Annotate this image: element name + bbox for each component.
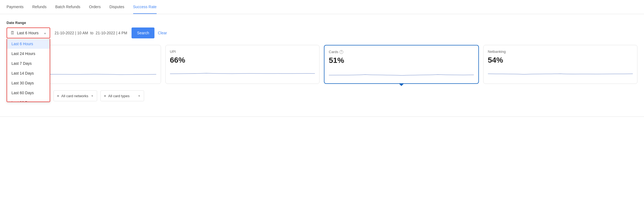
info-icon-cards[interactable]: ?: [339, 50, 343, 54]
date-range-dropdown-menu: Last 6 HoursLast 24 HoursLast 7 DaysLast…: [7, 39, 50, 102]
dropdown-item-last-60-days[interactable]: Last 60 Days: [7, 88, 50, 98]
card-value-cards: 51%: [329, 56, 474, 65]
dropdown-item-last-6-hours[interactable]: Last 6 Hours: [7, 39, 50, 49]
filter-row: ≡Last Days▼≡All card networks▼≡All card …: [7, 90, 637, 101]
dropdown-scrollable-list: Last 6 HoursLast 24 HoursLast 7 DaysLast…: [7, 39, 50, 102]
dropdown-item-last-90-days[interactable]: Last 90 Days: [7, 98, 50, 102]
selected-date-option: Last 6 Hours: [17, 31, 38, 35]
card-title-cards: Cards?: [329, 50, 474, 54]
filter-select-card-networks[interactable]: ≡All card networks▼: [53, 90, 97, 101]
card-chart-netbanking: [488, 68, 633, 79]
bottom-divider: [0, 117, 644, 117]
metrics-grid: Overall UPI66% Cards?51% Netbanking54%: [7, 45, 637, 84]
card-chart-upi: [170, 68, 315, 79]
nav-item-success-rate[interactable]: Success Rate: [133, 0, 157, 14]
card-title-netbanking: Netbanking: [488, 50, 633, 54]
nav-item-batch-refunds[interactable]: Batch Refunds: [55, 0, 80, 14]
date-range-dropdown-container: 🗓 Last 6 Hours ▲ Last 6 HoursLast 24 Hou…: [7, 27, 50, 38]
chevron-down-icon: ▲: [44, 32, 46, 35]
date-to: 21-10-2022 | 4 PM: [96, 31, 127, 35]
card-title-upi: UPI: [170, 50, 315, 54]
date-range-select[interactable]: 🗓 Last 6 Hours ▲: [7, 27, 50, 38]
nav-item-orders[interactable]: Orders: [89, 0, 101, 14]
top-navigation: PaymentsRefundsBatch RefundsOrdersDisput…: [0, 0, 644, 14]
metric-card-cards[interactable]: Cards?51%: [324, 45, 479, 84]
card-value-netbanking: 54%: [488, 56, 633, 65]
metric-card-upi[interactable]: UPI66%: [165, 45, 320, 84]
filter-label-card-types: All card types: [108, 94, 130, 98]
search-button[interactable]: Search: [132, 27, 154, 38]
card-value-upi: 66%: [170, 56, 315, 65]
dropdown-item-last-7-days[interactable]: Last 7 Days: [7, 59, 50, 68]
date-separator: to: [90, 31, 94, 35]
calendar-icon: 🗓: [10, 30, 15, 35]
dropdown-item-last-30-days[interactable]: Last 30 Days: [7, 78, 50, 88]
clear-button[interactable]: Clear: [158, 31, 167, 35]
date-range-display: 21-10-2022 | 10 AM to 21-10-2022 | 4 PM: [53, 27, 128, 38]
main-content: Date Range 🗓 Last 6 Hours ▲ Last 6 Hours…: [0, 14, 644, 108]
nav-item-payments[interactable]: Payments: [7, 0, 23, 14]
date-range-label: Date Range: [7, 21, 637, 25]
filter-icon-card-types: ≡: [104, 94, 106, 98]
filter-icon-card-networks: ≡: [57, 94, 59, 98]
filter-select-card-types[interactable]: ≡All card types▼: [100, 90, 144, 101]
date-from: 21-10-2022 | 10 AM: [55, 31, 88, 35]
dropdown-item-last-14-days[interactable]: Last 14 Days: [7, 68, 50, 78]
metric-card-netbanking[interactable]: Netbanking54%: [483, 45, 638, 84]
card-chart-cards: [329, 68, 474, 79]
filter-chevron-card-networks: ▼: [91, 94, 94, 97]
dropdown-item-last-24-hours[interactable]: Last 24 Hours: [7, 49, 50, 59]
nav-item-disputes[interactable]: Disputes: [109, 0, 124, 14]
date-range-row: 🗓 Last 6 Hours ▲ Last 6 HoursLast 24 Hou…: [7, 27, 637, 38]
filter-chevron-card-types: ▼: [138, 94, 141, 97]
filter-label-card-networks: All card networks: [61, 94, 88, 98]
nav-item-refunds[interactable]: Refunds: [32, 0, 46, 14]
